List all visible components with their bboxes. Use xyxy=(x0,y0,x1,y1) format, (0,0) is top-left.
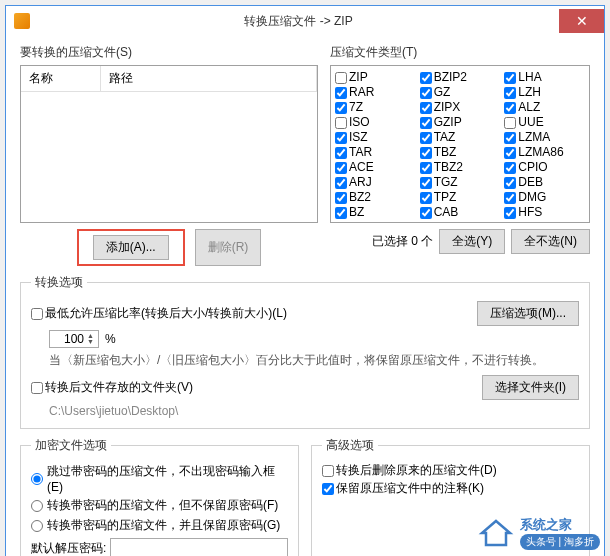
house-icon xyxy=(478,518,514,548)
convert-options-legend: 转换选项 xyxy=(31,274,87,291)
col-path[interactable]: 路径 xyxy=(101,66,317,91)
filetype-tpz[interactable]: TPZ xyxy=(420,190,501,205)
delete-button[interactable]: 删除(R) xyxy=(195,229,262,266)
filetype-arj[interactable]: ARJ xyxy=(335,175,416,190)
ratio-input[interactable] xyxy=(54,332,84,346)
filetype-uue[interactable]: UUE xyxy=(504,115,585,130)
encryption-legend: 加密文件选项 xyxy=(31,437,111,454)
filetype-taz[interactable]: TAZ xyxy=(420,130,501,145)
selected-count: 已选择 0 个 xyxy=(372,233,433,250)
spin-down-icon[interactable]: ▼ xyxy=(87,339,94,345)
advanced-legend: 高级选项 xyxy=(322,437,378,454)
default-password-input[interactable] xyxy=(110,538,288,556)
filetype-alz[interactable]: ALZ xyxy=(504,100,585,115)
output-folder-checkbox[interactable]: 转换后文件存放的文件夹(V) xyxy=(31,380,193,395)
filetype-lha[interactable]: LHA xyxy=(504,70,585,85)
add-button[interactable]: 添加(A)... xyxy=(93,235,169,260)
source-files-label: 要转换的压缩文件(S) xyxy=(20,44,318,61)
select-none-button[interactable]: 全不选(N) xyxy=(511,229,590,254)
col-name[interactable]: 名称 xyxy=(21,66,101,91)
filetype-tar[interactable]: TAR xyxy=(335,145,416,160)
watermark-brand: 系统之家 xyxy=(520,516,600,534)
source-files-list[interactable]: 名称 路径 xyxy=(20,65,318,223)
percent-label: % xyxy=(105,332,116,346)
output-folder-path: C:\Users\jietuo\Desktop\ xyxy=(49,404,579,418)
filetype-rar[interactable]: RAR xyxy=(335,85,416,100)
filetype-tbz2[interactable]: TBZ2 xyxy=(420,160,501,175)
filetype-iso[interactable]: ISO xyxy=(335,115,416,130)
ratio-checkbox[interactable]: 最低允许压缩比率(转换后大小/转换前大小)(L) xyxy=(31,306,287,321)
filetype-hfs[interactable]: HFS xyxy=(504,205,585,220)
filetype-lzh[interactable]: LZH xyxy=(504,85,585,100)
filetype-cpio[interactable]: CPIO xyxy=(504,160,585,175)
filetype-dmg[interactable]: DMG xyxy=(504,190,585,205)
filetype-gz[interactable]: GZ xyxy=(420,85,501,100)
watermark-sub: 头条号 | 淘多折 xyxy=(520,534,600,550)
filetype-bz[interactable]: BZ xyxy=(335,205,416,220)
filetype-gzip[interactable]: GZIP xyxy=(420,115,501,130)
skip-password-radio[interactable]: 跳过带密码的压缩文件，不出现密码输入框(E) xyxy=(31,463,288,494)
filetype-tgz[interactable]: TGZ xyxy=(420,175,501,190)
convert-keep-password-radio[interactable]: 转换带密码的压缩文件，并且保留原密码(G) xyxy=(31,517,288,534)
filetype-isz[interactable]: ISZ xyxy=(335,130,416,145)
file-types-label: 压缩文件类型(T) xyxy=(330,44,590,61)
select-all-button[interactable]: 全选(Y) xyxy=(439,229,505,254)
filetype-tbz[interactable]: TBZ xyxy=(420,145,501,160)
window-title: 转换压缩文件 -> ZIP xyxy=(38,13,559,30)
window: 转换压缩文件 -> ZIP ✕ 要转换的压缩文件(S) 名称 路径 添加(A).… xyxy=(5,5,605,556)
default-password-label: 默认解压密码: xyxy=(31,540,106,557)
close-button[interactable]: ✕ xyxy=(559,9,604,33)
filetype-bz2[interactable]: BZ2 xyxy=(335,190,416,205)
select-folder-button[interactable]: 选择文件夹(I) xyxy=(482,375,579,400)
encryption-group: 加密文件选项 跳过带密码的压缩文件，不出现密码输入框(E) 转换带密码的压缩文件… xyxy=(20,437,299,556)
filetype-zipx[interactable]: ZIPX xyxy=(420,100,501,115)
ratio-hint: 当〈新压缩包大小〉/〈旧压缩包大小〉百分比大于此值时，将保留原压缩文件，不进行转… xyxy=(49,352,579,369)
file-types-box: ZIPBZIP2LHARARGZLZH7ZZIPXALZISOGZIPUUEIS… xyxy=(330,65,590,223)
filetype-deb[interactable]: DEB xyxy=(504,175,585,190)
filetype-ace[interactable]: ACE xyxy=(335,160,416,175)
compress-options-button[interactable]: 压缩选项(M)... xyxy=(477,301,579,326)
convert-options-group: 转换选项 最低允许压缩比率(转换后大小/转换前大小)(L) 压缩选项(M)...… xyxy=(20,274,590,429)
filetype-lzma86[interactable]: LZMA86 xyxy=(504,145,585,160)
filetype-zip[interactable]: ZIP xyxy=(335,70,416,85)
watermark: 系统之家 头条号 | 淘多折 xyxy=(478,516,600,550)
ratio-spinner[interactable]: ▲▼ xyxy=(49,330,99,348)
filetype-lzma[interactable]: LZMA xyxy=(504,130,585,145)
titlebar: 转换压缩文件 -> ZIP ✕ xyxy=(6,6,604,36)
convert-no-password-radio[interactable]: 转换带密码的压缩文件，但不保留原密码(F) xyxy=(31,497,288,514)
delete-original-checkbox[interactable]: 转换后删除原来的压缩文件(D) xyxy=(322,463,579,478)
keep-comments-checkbox[interactable]: 保留原压缩文件中的注释(K) xyxy=(322,481,579,496)
filetype-7z[interactable]: 7Z xyxy=(335,100,416,115)
app-icon xyxy=(14,13,30,29)
filetype-bzip2[interactable]: BZIP2 xyxy=(420,70,501,85)
filetype-cab[interactable]: CAB xyxy=(420,205,501,220)
highlight-frame: 添加(A)... xyxy=(77,229,185,266)
